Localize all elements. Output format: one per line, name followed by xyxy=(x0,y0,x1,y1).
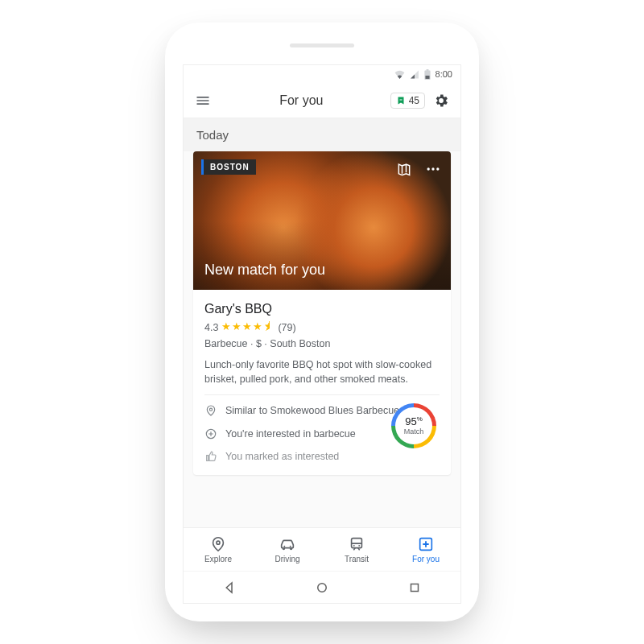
bookmark-flag-icon xyxy=(396,95,406,106)
match-percent: 95% xyxy=(405,416,423,428)
hero-title: New match for you xyxy=(204,262,325,279)
phone-frame: 8:00 For you 45 Today BOSTON xyxy=(165,23,479,621)
place-card[interactable]: BOSTON New match for you Gary's BBQ xyxy=(193,151,451,475)
status-time: 8:00 xyxy=(436,69,452,79)
nav-label: Explore xyxy=(204,555,232,564)
reason-text: You're interested in barbecue xyxy=(225,427,356,441)
svg-point-10 xyxy=(353,545,355,547)
overflow-button[interactable] xyxy=(423,159,443,179)
plus-circle-icon xyxy=(204,427,217,440)
card-hero-image: BOSTON New match for you xyxy=(193,151,451,290)
rating-row: 4.3 ★★★★⯨ (79) xyxy=(204,320,440,335)
reason-text: Similar to Smokewood Blues Barbecue xyxy=(225,403,399,418)
reason-marked: You marked as interested xyxy=(204,449,440,464)
location-tag: BOSTON xyxy=(201,159,256,175)
nav-label: Transit xyxy=(345,555,369,564)
map-icon xyxy=(396,161,412,177)
hamburger-icon xyxy=(195,93,211,109)
screen: 8:00 For you 45 Today BOSTON xyxy=(183,64,461,604)
svg-rect-0 xyxy=(425,75,429,78)
page-title: For you xyxy=(219,93,384,108)
review-count: (79) xyxy=(278,320,295,335)
menu-button[interactable] xyxy=(193,91,213,110)
points-value: 45 xyxy=(409,95,419,106)
divider xyxy=(204,394,440,395)
wifi-icon xyxy=(394,70,405,79)
back-button[interactable] xyxy=(222,580,237,595)
svg-point-3 xyxy=(436,167,439,170)
status-bar: 8:00 xyxy=(184,65,460,83)
nav-label: For you xyxy=(412,555,440,564)
pin-outline-icon xyxy=(209,535,227,553)
svg-point-8 xyxy=(290,546,291,547)
place-description: Lunch-only favorite BBQ hot spot with sl… xyxy=(204,357,440,386)
reasons-section: Similar to Smokewood Blues Barbecue You'… xyxy=(204,403,440,463)
rating-value: 4.3 xyxy=(204,320,218,335)
transit-icon xyxy=(348,535,365,553)
map-button[interactable] xyxy=(394,159,414,179)
reason-text: You marked as interested xyxy=(225,449,339,464)
content-area[interactable]: Today BOSTON New match for you xyxy=(184,118,460,527)
gear-icon xyxy=(433,93,449,109)
home-button[interactable] xyxy=(315,580,329,595)
nav-explore[interactable]: Explore xyxy=(184,528,253,571)
svg-point-13 xyxy=(318,583,327,592)
svg-point-1 xyxy=(427,167,430,170)
star-icons: ★★★★⯨ xyxy=(221,320,275,335)
card-body: Gary's BBQ 4.3 ★★★★⯨ (79) Barbecue · $ ·… xyxy=(193,290,451,475)
pin-icon xyxy=(204,404,217,417)
nav-driving[interactable]: Driving xyxy=(253,528,322,571)
place-meta: Barbecue · $ · South Boston xyxy=(204,336,440,351)
svg-point-11 xyxy=(358,545,360,547)
match-inner: 95% Match xyxy=(395,407,432,444)
match-badge[interactable]: 95% Match xyxy=(391,403,436,448)
section-header: Today xyxy=(184,118,460,151)
nav-for-you[interactable]: For you xyxy=(391,528,460,571)
car-icon xyxy=(279,535,296,553)
svg-point-6 xyxy=(217,541,220,544)
points-badge[interactable]: 45 xyxy=(390,93,425,109)
svg-point-7 xyxy=(283,546,285,547)
cell-signal-icon xyxy=(410,70,419,79)
more-horizontal-icon xyxy=(425,161,441,177)
nav-label: Driving xyxy=(275,555,299,564)
recents-button[interactable] xyxy=(407,580,422,595)
svg-rect-14 xyxy=(411,584,418,591)
match-label: Match xyxy=(404,428,424,436)
for-you-icon xyxy=(417,535,435,553)
battery-icon xyxy=(424,69,431,80)
thumbs-up-icon xyxy=(204,450,217,463)
phone-speaker xyxy=(290,43,354,47)
settings-button[interactable] xyxy=(431,91,451,110)
nav-transit[interactable]: Transit xyxy=(322,528,391,571)
bottom-nav: Explore Driving Transit For you xyxy=(184,527,460,571)
app-bar: For you 45 xyxy=(184,83,460,118)
place-name: Gary's BBQ xyxy=(204,299,440,318)
system-nav xyxy=(184,571,460,603)
svg-point-4 xyxy=(209,409,212,411)
svg-point-2 xyxy=(431,167,434,170)
